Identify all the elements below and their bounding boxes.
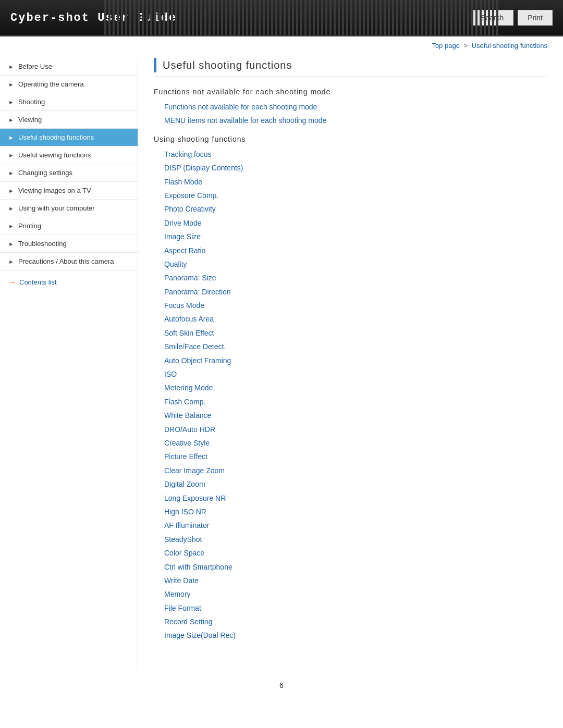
arrow-icon-shooting: ► <box>8 99 14 105</box>
sidebar-item-precautions[interactable]: ► Precautions / About this camera <box>0 253 138 270</box>
link-af-illuminator[interactable]: AF Illuminator <box>164 519 547 532</box>
breadcrumb-current-link[interactable]: Useful shooting functions <box>472 42 547 50</box>
sidebar-label-precautions: Precautions / About this camera <box>18 257 114 265</box>
link-long-exposure-nr[interactable]: Long Exposure NR <box>164 491 547 505</box>
sidebar-label-changing-settings: Changing settings <box>18 169 72 177</box>
sidebar-label-shooting: Shooting <box>18 98 45 106</box>
section2: Using shooting functions Tracking focus … <box>154 135 547 643</box>
sidebar-item-troubleshooting[interactable]: ► Troubleshooting <box>0 235 138 253</box>
sidebar-label-troubleshooting: Troubleshooting <box>18 240 67 248</box>
sidebar-label-printing: Printing <box>18 222 41 230</box>
link-ctrl-smartphone[interactable]: Ctrl with Smartphone <box>164 560 547 574</box>
contents-list-link[interactable]: Contents list <box>19 278 57 286</box>
arrow-icon-troubleshooting: ► <box>8 241 14 247</box>
link-drive-mode[interactable]: Drive Mode <box>164 216 547 230</box>
link-tracking-focus[interactable]: Tracking focus <box>164 147 547 161</box>
section2-heading: Using shooting functions <box>154 135 547 143</box>
link-image-size[interactable]: Image Size <box>164 230 547 243</box>
link-clear-image-zoom[interactable]: Clear Image Zoom <box>164 464 547 477</box>
link-image-size-dual-rec[interactable]: Image Size(Dual Rec) <box>164 628 547 642</box>
sidebar-item-viewing[interactable]: ► Viewing <box>0 111 138 129</box>
sidebar-label-useful-viewing: Useful viewing functions <box>18 151 91 159</box>
link-functions-not-available[interactable]: Functions not available for each shootin… <box>164 100 547 114</box>
sidebar-item-viewing-tv[interactable]: ► Viewing images on a TV <box>0 182 138 200</box>
link-panorama-direction[interactable]: Panorama: Direction <box>164 285 547 299</box>
section1-links: Functions not available for each shootin… <box>164 100 547 128</box>
section1: Functions not available for each shootin… <box>154 88 547 128</box>
sidebar: ► Before Use ► Operating the camera ► Sh… <box>0 58 138 671</box>
link-dro-auto-hdr[interactable]: DRO/Auto HDR <box>164 423 547 436</box>
sidebar-item-before-use[interactable]: ► Before Use <box>0 58 138 76</box>
section1-heading: Functions not available for each shootin… <box>154 88 547 96</box>
sidebar-item-printing[interactable]: ► Printing <box>0 217 138 235</box>
arrow-icon-using-computer: ► <box>8 205 14 212</box>
content-area: Useful shooting functions Functions not … <box>138 58 563 671</box>
arrow-icon-changing-settings: ► <box>8 170 14 176</box>
link-quality[interactable]: Quality <box>164 257 547 271</box>
sidebar-label-useful-shooting: Useful shooting functions <box>18 133 94 141</box>
link-exposure-comp[interactable]: Exposure Comp. <box>164 189 547 202</box>
arrow-icon-useful-viewing: ► <box>8 152 14 158</box>
sidebar-label-viewing: Viewing <box>18 116 42 124</box>
link-smile-face-detect[interactable]: Smile/Face Detect. <box>164 340 547 353</box>
link-iso[interactable]: ISO <box>164 367 547 381</box>
link-panorama-size[interactable]: Panorama: Size <box>164 271 547 285</box>
sidebar-label-viewing-tv: Viewing images on a TV <box>18 187 91 194</box>
page-title: Useful shooting functions <box>163 59 292 71</box>
link-autofocus-area[interactable]: Autofocus Area <box>164 312 547 326</box>
arrow-icon-printing: ► <box>8 223 14 229</box>
sidebar-item-useful-viewing[interactable]: ► Useful viewing functions <box>0 146 138 164</box>
sidebar-item-operating[interactable]: ► Operating the camera <box>0 76 138 93</box>
link-menu-items-not-available[interactable]: MENU items not available for each shooti… <box>164 114 547 127</box>
sidebar-item-shooting[interactable]: ► Shooting <box>0 93 138 111</box>
link-flash-comp[interactable]: Flash Comp. <box>164 395 547 409</box>
link-soft-skin-effect[interactable]: Soft Skin Effect <box>164 326 547 340</box>
page-title-bar <box>154 58 156 72</box>
link-digital-zoom[interactable]: Digital Zoom <box>164 477 547 491</box>
arrow-icon-viewing-tv: ► <box>8 188 14 194</box>
sidebar-label-operating: Operating the camera <box>18 80 84 88</box>
breadcrumb-separator: > <box>464 42 468 50</box>
sidebar-label-using-computer: Using with your computer <box>18 204 95 212</box>
link-flash-mode[interactable]: Flash Mode <box>164 175 547 189</box>
link-auto-object-framing[interactable]: Auto Object Framing <box>164 354 547 367</box>
link-color-space[interactable]: Color Space <box>164 546 547 560</box>
link-picture-effect[interactable]: Picture Effect <box>164 450 547 463</box>
link-disp[interactable]: DISP (Display Contents) <box>164 161 547 175</box>
arrow-icon-precautions: ► <box>8 258 14 265</box>
arrow-icon-viewing: ► <box>8 117 14 123</box>
breadcrumb-top-link[interactable]: Top page <box>432 42 460 50</box>
arrow-icon-useful-shooting: ► <box>8 134 14 141</box>
link-metering-mode[interactable]: Metering Mode <box>164 381 547 394</box>
header: Cyber-shot User Guide <box>0 0 563 36</box>
sidebar-label-before-use: Before Use <box>18 63 52 70</box>
link-photo-creativity[interactable]: Photo Creativity <box>164 202 547 216</box>
arrow-icon-operating: ► <box>8 81 14 88</box>
link-creative-style[interactable]: Creative Style <box>164 436 547 450</box>
sidebar-item-using-computer[interactable]: ► Using with your computer <box>0 200 138 217</box>
contents-list-arrow-icon: → <box>8 278 16 287</box>
link-aspect-ratio[interactable]: Aspect Ratio <box>164 244 547 257</box>
link-record-setting[interactable]: Record Setting <box>164 615 547 628</box>
page-title-section: Useful shooting functions <box>154 58 547 77</box>
sidebar-item-useful-shooting[interactable]: ► Useful shooting functions <box>0 129 138 146</box>
sidebar-item-changing-settings[interactable]: ► Changing settings <box>0 164 138 182</box>
breadcrumb: Top page > Useful shooting functions <box>0 36 563 53</box>
section2-links: Tracking focus DISP (Display Contents) F… <box>164 147 547 643</box>
link-write-date[interactable]: Write Date <box>164 574 547 587</box>
footer: 6 <box>0 671 563 695</box>
link-steadyshot[interactable]: SteadyShot <box>164 533 547 546</box>
main-layout: ► Before Use ► Operating the camera ► Sh… <box>0 53 563 671</box>
link-focus-mode[interactable]: Focus Mode <box>164 299 547 312</box>
header-stripes <box>104 0 500 36</box>
link-file-format[interactable]: File Format <box>164 601 547 615</box>
print-button[interactable]: Print <box>518 10 553 26</box>
contents-list-row: → Contents list <box>0 270 138 294</box>
page-number: 6 <box>279 681 284 689</box>
arrow-icon-before-use: ► <box>8 64 14 70</box>
link-white-balance[interactable]: White Balance <box>164 409 547 422</box>
link-high-iso-nr[interactable]: High ISO NR <box>164 505 547 519</box>
link-memory[interactable]: Memory <box>164 587 547 601</box>
